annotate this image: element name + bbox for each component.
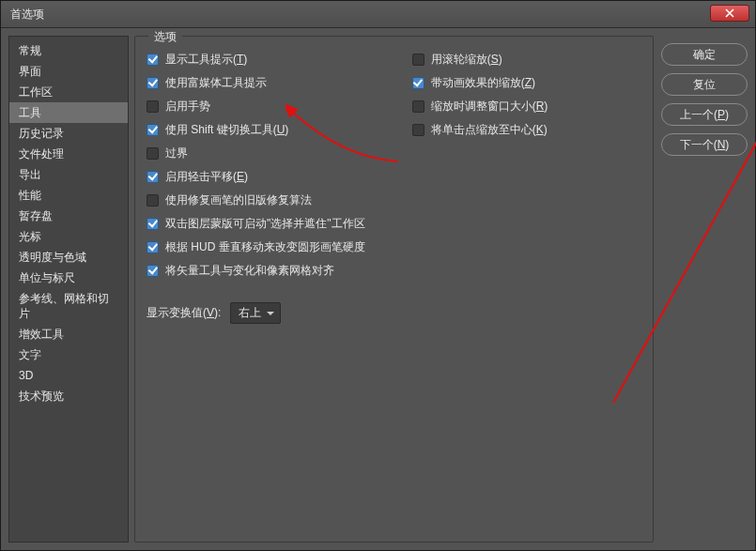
option-row: 显示工具提示(T) bbox=[147, 52, 365, 67]
sidebar-item-label: 3D bbox=[19, 369, 33, 382]
options-panel: 选项 显示工具提示(T)使用富媒体工具提示启用手势使用 Shift 键切换工具(… bbox=[134, 36, 654, 543]
option-row: 将矢量工具与变化和像素网格对齐 bbox=[147, 263, 365, 278]
content-area: 常规界面工作区工具历史记录文件处理导出性能暂存盘光标透明度与色域单位与标尺参考线… bbox=[1, 28, 755, 550]
option-row: 启用轻击平移(E) bbox=[147, 169, 365, 184]
option-columns: 显示工具提示(T)使用富媒体工具提示启用手势使用 Shift 键切换工具(U)过… bbox=[147, 52, 641, 278]
checkbox[interactable] bbox=[147, 218, 159, 230]
option-label: 将矢量工具与变化和像素网格对齐 bbox=[165, 263, 334, 278]
next-button[interactable]: 下一个(N) bbox=[661, 133, 748, 156]
option-row: 缩放时调整窗口大小(R) bbox=[412, 99, 548, 114]
option-row: 双击图层蒙版可启动"选择并遮住"工作区 bbox=[147, 216, 365, 231]
option-label: 将单击点缩放至中心(K) bbox=[431, 122, 548, 137]
sidebar-item-label: 工作区 bbox=[19, 85, 53, 99]
sidebar-item-label: 导出 bbox=[19, 168, 41, 181]
option-row: 过界 bbox=[147, 145, 365, 161]
sidebar-item[interactable]: 历史记录 bbox=[9, 123, 128, 144]
sidebar-item[interactable]: 界面 bbox=[9, 61, 128, 82]
sidebar-item[interactable]: 单位与标尺 bbox=[9, 268, 128, 288]
sidebar-item-label: 增效工具 bbox=[19, 328, 64, 341]
transform-values-row: 显示变换值(V): 右上 bbox=[147, 302, 641, 324]
titlebar: 首选项 bbox=[1, 1, 755, 28]
options-right-column: 用滚轮缩放(S)带动画效果的缩放(Z)缩放时调整窗口大小(R)将单击点缩放至中心… bbox=[412, 52, 548, 278]
sidebar-item[interactable]: 3D bbox=[9, 365, 128, 386]
sidebar-item-label: 性能 bbox=[19, 189, 41, 202]
sidebar-item-label: 界面 bbox=[19, 65, 41, 78]
reset-button[interactable]: 复位 bbox=[661, 73, 748, 96]
checkbox[interactable] bbox=[147, 194, 159, 207]
checkbox[interactable] bbox=[147, 241, 159, 253]
ok-button[interactable]: 确定 bbox=[661, 43, 748, 66]
option-row: 使用修复画笔的旧版修复算法 bbox=[147, 192, 365, 207]
option-label: 用滚轮缩放(S) bbox=[431, 52, 502, 67]
preferences-window: 首选项 常规界面工作区工具历史记录文件处理导出性能暂存盘光标透明度与色域单位与标… bbox=[0, 0, 756, 551]
main-area: 选项 显示工具提示(T)使用富媒体工具提示启用手势使用 Shift 键切换工具(… bbox=[134, 36, 748, 543]
option-label: 双击图层蒙版可启动"选择并遮住"工作区 bbox=[165, 216, 365, 231]
sidebar-item[interactable]: 文件处理 bbox=[9, 144, 128, 164]
option-label: 使用 Shift 键切换工具(U) bbox=[165, 122, 288, 137]
sidebar-item-label: 历史记录 bbox=[19, 127, 64, 140]
sidebar-item[interactable]: 工作区 bbox=[9, 82, 128, 102]
option-label: 启用轻击平移(E) bbox=[165, 169, 248, 184]
sidebar-item-label: 透明度与色域 bbox=[19, 251, 86, 264]
sidebar-item-label: 常规 bbox=[19, 44, 41, 57]
sidebar-item[interactable]: 光标 bbox=[9, 226, 128, 247]
sidebar-item[interactable]: 技术预览 bbox=[9, 386, 128, 406]
sidebar-item[interactable]: 参考线、网格和切片 bbox=[9, 288, 128, 324]
sidebar-item[interactable]: 透明度与色域 bbox=[9, 247, 128, 268]
sidebar-item[interactable]: 暂存盘 bbox=[9, 206, 128, 226]
option-label: 使用富媒体工具提示 bbox=[165, 75, 267, 90]
transform-values-select[interactable]: 右上 bbox=[230, 302, 281, 324]
window-title: 首选项 bbox=[10, 7, 44, 23]
sidebar-item[interactable]: 增效工具 bbox=[9, 324, 128, 344]
transform-values-selected: 右上 bbox=[239, 306, 261, 319]
sidebar-item-label: 文字 bbox=[19, 348, 41, 361]
option-label: 使用修复画笔的旧版修复算法 bbox=[165, 192, 312, 207]
checkbox[interactable] bbox=[412, 77, 424, 89]
sidebar-item[interactable]: 导出 bbox=[9, 164, 128, 185]
checkbox[interactable] bbox=[147, 54, 159, 66]
option-row: 将单击点缩放至中心(K) bbox=[412, 122, 548, 137]
option-label: 过界 bbox=[165, 145, 188, 161]
sidebar: 常规界面工作区工具历史记录文件处理导出性能暂存盘光标透明度与色域单位与标尺参考线… bbox=[8, 36, 129, 543]
options-left-column: 显示工具提示(T)使用富媒体工具提示启用手势使用 Shift 键切换工具(U)过… bbox=[147, 52, 365, 278]
sidebar-item[interactable]: 常规 bbox=[9, 40, 128, 61]
checkbox[interactable] bbox=[147, 77, 159, 89]
checkbox[interactable] bbox=[147, 147, 159, 160]
option-row: 带动画效果的缩放(Z) bbox=[412, 75, 548, 90]
close-icon bbox=[724, 8, 735, 18]
option-label: 启用手势 bbox=[165, 99, 210, 114]
sidebar-item[interactable]: 工具 bbox=[9, 102, 128, 123]
option-label: 显示工具提示(T) bbox=[165, 52, 247, 67]
sidebar-item-label: 光标 bbox=[19, 230, 41, 243]
option-label: 根据 HUD 垂直移动来改变圆形画笔硬度 bbox=[165, 239, 365, 254]
sidebar-item-label: 工具 bbox=[19, 106, 41, 119]
checkbox[interactable] bbox=[147, 100, 159, 113]
option-row: 用滚轮缩放(S) bbox=[412, 52, 548, 67]
checkbox[interactable] bbox=[147, 124, 159, 136]
checkbox[interactable] bbox=[147, 171, 159, 183]
option-label: 缩放时调整窗口大小(R) bbox=[431, 99, 548, 114]
sidebar-item-label: 暂存盘 bbox=[19, 209, 53, 222]
checkbox[interactable] bbox=[412, 100, 424, 113]
sidebar-item-label: 参考线、网格和切片 bbox=[19, 292, 109, 320]
option-row: 使用 Shift 键切换工具(U) bbox=[147, 122, 365, 137]
transform-values-label: 显示变换值(V): bbox=[147, 305, 221, 321]
options-legend: 选项 bbox=[148, 29, 182, 45]
checkbox[interactable] bbox=[412, 124, 424, 136]
option-row: 启用手势 bbox=[147, 99, 365, 114]
prev-button[interactable]: 上一个(P) bbox=[661, 103, 748, 126]
sidebar-item-label: 单位与标尺 bbox=[19, 271, 75, 284]
option-label: 带动画效果的缩放(Z) bbox=[431, 75, 535, 90]
sidebar-item-label: 技术预览 bbox=[19, 390, 64, 403]
button-column: 确定 复位 上一个(P) 下一个(N) bbox=[661, 36, 748, 543]
close-button[interactable] bbox=[710, 5, 749, 22]
sidebar-item-label: 文件处理 bbox=[19, 147, 64, 161]
checkbox[interactable] bbox=[147, 265, 159, 277]
option-row: 使用富媒体工具提示 bbox=[147, 75, 365, 90]
checkbox[interactable] bbox=[412, 54, 424, 66]
sidebar-item[interactable]: 文字 bbox=[9, 344, 128, 365]
sidebar-item[interactable]: 性能 bbox=[9, 185, 128, 206]
option-row: 根据 HUD 垂直移动来改变圆形画笔硬度 bbox=[147, 239, 365, 254]
